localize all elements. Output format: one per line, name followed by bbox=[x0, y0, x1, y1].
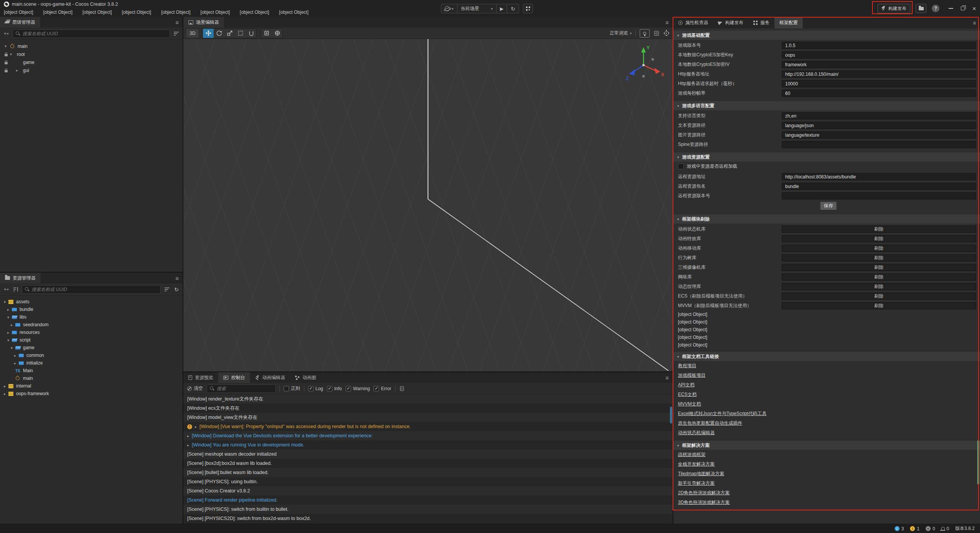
expand-chevron-icon[interactable] bbox=[14, 361, 19, 365]
axis-gizmo[interactable]: Y X Z bbox=[625, 44, 667, 86]
console-scrollbar[interactable] bbox=[670, 407, 672, 423]
expand-chevron-icon[interactable] bbox=[4, 384, 8, 388]
asset-node[interactable]: oops-framework bbox=[0, 390, 183, 397]
build-publish-button[interactable]: 构建发布 bbox=[877, 4, 910, 13]
expand-chevron-icon[interactable]: ▸ bbox=[187, 443, 189, 447]
expand-chevron-icon[interactable] bbox=[10, 52, 15, 56]
expand-chevron-icon[interactable] bbox=[4, 392, 8, 396]
asset-node[interactable]: internal bbox=[0, 382, 183, 390]
hierarchy-filter-button[interactable] bbox=[173, 30, 180, 38]
log-detail-button[interactable] bbox=[399, 385, 405, 392]
log-row[interactable]: [Scene] Forward render pipeline initiali… bbox=[183, 495, 673, 505]
console-search-input[interactable] bbox=[217, 386, 273, 391]
section-header-docs[interactable]: ▾ 框架文档工具链接 bbox=[673, 352, 980, 361]
log-row[interactable]: [Window] render_texture文件夹存在 bbox=[183, 394, 673, 404]
log-row[interactable]: [Window] ecs文件夹存在 bbox=[183, 404, 673, 413]
panel-menu-icon[interactable]: ≡ bbox=[665, 374, 673, 381]
hierarchy-search-input[interactable] bbox=[23, 31, 167, 36]
expand-chevron-icon[interactable] bbox=[14, 353, 19, 358]
hierarchy-node[interactable]: main bbox=[0, 42, 183, 50]
inspector-tab[interactable]: 构建发布 bbox=[713, 17, 748, 28]
lighting-toggle-button[interactable] bbox=[640, 29, 650, 38]
expand-chevron-icon[interactable] bbox=[5, 44, 10, 48]
solution-link[interactable]: Tiledmap地图解决方案 bbox=[678, 471, 724, 477]
remove-module-button[interactable]: 剔除 bbox=[782, 226, 976, 233]
field-input[interactable] bbox=[782, 90, 976, 97]
expand-chevron-icon[interactable]: ▸ bbox=[187, 434, 189, 438]
assets-filter-button[interactable] bbox=[164, 286, 170, 293]
asset-node[interactable]: script bbox=[0, 336, 183, 344]
add-node-button[interactable]: +▾ bbox=[3, 30, 10, 38]
log-row[interactable]: ▸ [Window] You are running Vue in develo… bbox=[183, 440, 673, 450]
field-input[interactable] bbox=[782, 173, 976, 180]
expand-chevron-icon[interactable] bbox=[4, 300, 8, 304]
log-row[interactable]: ▸ [Window] Download the Vue Devtools ext… bbox=[183, 431, 673, 440]
solution-link[interactable]: 3D角色扮演游戏解决方案 bbox=[678, 499, 730, 506]
assets-search-input[interactable] bbox=[32, 287, 158, 292]
log-filter-toggle[interactable]: ✓ Warning bbox=[346, 386, 370, 391]
pivot-toggle-button[interactable] bbox=[261, 29, 272, 38]
doc-link[interactable]: 教程项目 bbox=[678, 363, 696, 369]
rect-tool-button[interactable] bbox=[235, 29, 246, 38]
inspector-tab[interactable]: 服务 bbox=[748, 17, 774, 28]
rotate-tool-button[interactable] bbox=[214, 29, 224, 38]
field-input[interactable] bbox=[782, 80, 976, 87]
asset-node[interactable]: game bbox=[0, 344, 183, 352]
section-header-modules[interactable]: ▾ 框架模块剔除 bbox=[673, 214, 980, 224]
scene-settings-button[interactable] bbox=[663, 29, 670, 37]
clear-console-button[interactable]: 清空 bbox=[187, 385, 203, 392]
reload-button[interactable]: ↻ bbox=[507, 4, 519, 13]
view-mode-select[interactable]: 正常浏览 ▾ bbox=[609, 30, 632, 36]
expand-chevron-icon[interactable] bbox=[16, 68, 21, 72]
ui-anchor-tool-button[interactable] bbox=[246, 29, 256, 38]
doc-link[interactable]: 游戏模板项目 bbox=[678, 372, 706, 379]
hierarchy-node[interactable]: gui bbox=[0, 66, 183, 74]
asset-node[interactable]: Main bbox=[0, 367, 183, 374]
minimize-button[interactable] bbox=[949, 8, 953, 9]
solution-link[interactable]: 战棋游戏框架 bbox=[678, 451, 706, 458]
close-button[interactable]: × bbox=[972, 5, 976, 12]
menu-item[interactable]: [object Object] bbox=[201, 10, 230, 15]
solution-link[interactable]: 全栈开发解决方案 bbox=[678, 461, 715, 468]
tab-assets[interactable]: 资源管理器 bbox=[0, 273, 41, 283]
asset-node[interactable]: main bbox=[0, 374, 183, 382]
expand-chevron-icon[interactable] bbox=[7, 315, 12, 319]
remove-module-button[interactable]: 剔除 bbox=[782, 235, 976, 242]
log-row[interactable]: [Window] model_view文件夹存在 bbox=[183, 413, 673, 422]
panel-menu-icon[interactable]: ≡ bbox=[973, 20, 980, 26]
error-count[interactable]: × 0 bbox=[926, 526, 935, 531]
log-row[interactable]: [Scene] [PHYSICS]: using builtin. bbox=[183, 477, 673, 486]
log-filter-toggle[interactable]: ✓ Info bbox=[327, 386, 342, 391]
log-row[interactable]: [Scene] [box2d]:box2d wasm lib loaded. bbox=[183, 459, 673, 468]
coordinate-toggle-button[interactable] bbox=[272, 29, 283, 38]
asset-node[interactable]: libs bbox=[0, 313, 183, 321]
filter-checkbox[interactable]: ✓ bbox=[346, 386, 351, 391]
doc-link[interactable]: 动画状态机编辑器 bbox=[678, 430, 715, 436]
section-header-resources[interactable]: ▾ 游戏资源配置 bbox=[673, 152, 980, 162]
view-config-button[interactable] bbox=[653, 29, 660, 37]
panel-menu-icon[interactable]: ≡ bbox=[175, 275, 183, 281]
remove-module-button[interactable]: 剔除 bbox=[782, 302, 976, 309]
asset-node[interactable]: bundle bbox=[0, 306, 183, 313]
console-tab[interactable]: 动画编辑器 bbox=[250, 372, 290, 383]
expand-chevron-icon[interactable] bbox=[7, 338, 12, 342]
remove-module-button[interactable]: 剔除 bbox=[782, 254, 976, 262]
log-row[interactable]: [Scene] [PHYSICS2D]: switch from box2d-w… bbox=[183, 514, 673, 523]
field-input[interactable] bbox=[782, 51, 976, 59]
scene-viewport[interactable]: Y X Z bbox=[183, 39, 673, 371]
doc-link[interactable]: MVVM文档 bbox=[678, 401, 701, 407]
warning-count[interactable]: ! 1 bbox=[910, 526, 920, 531]
menu-item[interactable]: [object Object] bbox=[122, 10, 151, 15]
save-button[interactable]: 保存 bbox=[820, 202, 836, 210]
asset-node[interactable]: common bbox=[0, 352, 183, 359]
menu-item[interactable]: [object Object] bbox=[43, 10, 73, 15]
field-input[interactable] bbox=[782, 183, 976, 190]
remove-module-button[interactable]: 剔除 bbox=[782, 283, 976, 290]
log-row[interactable]: [Scene] [bullet]:bullet wasm lib loaded. bbox=[183, 468, 673, 477]
menu-item[interactable]: [object Object] bbox=[82, 10, 112, 15]
doc-link[interactable]: API文档 bbox=[678, 382, 694, 388]
move-tool-button[interactable] bbox=[203, 29, 214, 38]
menu-item[interactable]: [object Object] bbox=[161, 10, 191, 15]
menu-item[interactable]: [object Object] bbox=[279, 10, 309, 15]
log-row[interactable]: [Scene] meshopt wasm decoder initialized bbox=[183, 450, 673, 459]
